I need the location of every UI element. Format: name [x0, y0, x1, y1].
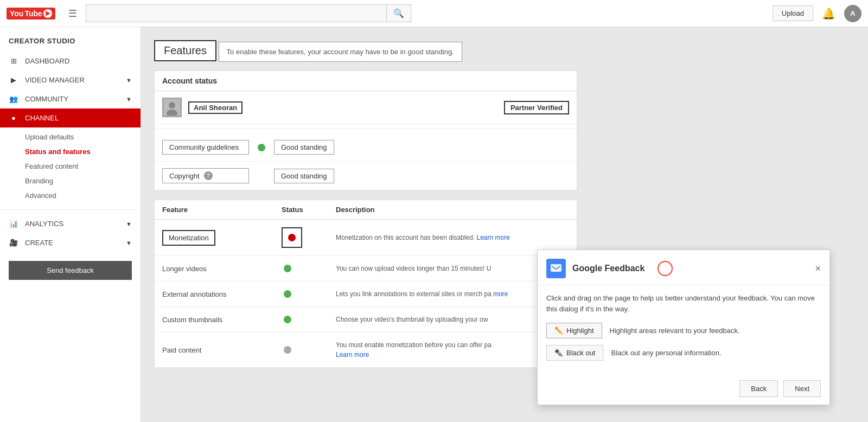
- nav-right: Upload 🔔 A: [773, 5, 861, 22]
- feature-name-external-annotations: External annotations: [162, 290, 282, 298]
- highlight-description: Highlight areas relevant to your feedbac…: [610, 327, 740, 335]
- account-name: Anil Sheoran: [188, 101, 242, 114]
- channel-sub-menu: Upload defaults Status and features Feat…: [0, 127, 141, 205]
- community-guidelines-row: Community guidelines Good standing: [155, 133, 577, 162]
- dialog-header: Google Feedback ×: [538, 250, 829, 285]
- chevron-down-icon: ▼: [126, 240, 132, 246]
- custom-thumbnails-dot: [284, 316, 291, 323]
- external-annotations-more-link[interactable]: more: [493, 290, 508, 298]
- top-nav: You Tube ▶ ☰ 🔍 Upload 🔔 A: [0, 0, 868, 27]
- highlight-label: Highlight: [566, 327, 594, 335]
- search-box: 🔍: [86, 4, 411, 22]
- monetization-desc: Monetization on this account has been di…: [336, 233, 569, 242]
- sidebar-item-featured-content[interactable]: Featured content: [25, 159, 141, 174]
- longer-videos-dot: [284, 265, 291, 272]
- create-icon: 🎥: [9, 239, 18, 247]
- analytics-icon: 📊: [9, 220, 18, 228]
- dialog-close-button[interactable]: ×: [815, 263, 821, 274]
- sidebar-item-advanced[interactable]: Advanced: [25, 188, 141, 203]
- sidebar-item-channel[interactable]: ● CHANNEL: [0, 108, 141, 127]
- dialog-title: Google Feedback: [572, 264, 644, 273]
- sidebar-item-community[interactable]: 👥 COMMUNITY ▼: [0, 89, 141, 108]
- copyright-label: Copyright ?: [162, 168, 249, 183]
- sidebar: CREATOR STUDIO ⊞ DASHBOARD ▶ VIDEO MANAG…: [0, 27, 141, 422]
- feature-row-longer-videos: Longer videos You can now upload videos …: [155, 256, 577, 282]
- longer-videos-desc: You can now upload videos longer than 15…: [336, 264, 569, 273]
- chevron-down-icon: ▼: [126, 96, 132, 103]
- paid-content-learn-more-link[interactable]: Learn more: [336, 351, 369, 359]
- sidebar-item-label: VIDEO MANAGER: [25, 76, 119, 84]
- feature-name-custom-thumbnails: Custom thumbnails: [162, 316, 282, 324]
- dialog-description: Click and drag on the page to help us be…: [546, 293, 821, 314]
- features-table: Feature Status Description Monetization …: [154, 200, 577, 368]
- info-box: To enable these features, your account m…: [219, 42, 462, 62]
- feature-row-external-annotations: External annotations Lets you link annot…: [155, 282, 577, 307]
- back-button[interactable]: Back: [739, 380, 778, 397]
- next-button[interactable]: Next: [783, 380, 821, 397]
- community-guidelines-dot: [258, 144, 265, 151]
- dashboard-icon: ⊞: [9, 57, 18, 65]
- svg-point-1: [169, 102, 175, 108]
- highlight-action-row: ✏️ Highlight Highlight areas relevant to…: [546, 323, 821, 338]
- community-guidelines-label: Community guidelines: [162, 140, 249, 155]
- account-status-section: Account status Anil Sheoran Partner Veri…: [154, 71, 577, 191]
- custom-thumbnails-desc: Choose your video's thumbnail by uploadi…: [336, 315, 569, 324]
- sidebar-item-analytics[interactable]: 📊 ANALYTICS ▼: [0, 214, 141, 233]
- external-annotations-desc: Lets you link annotations to external si…: [336, 289, 569, 299]
- feature-name-longer-videos: Longer videos: [162, 265, 282, 273]
- blackout-description: Black out any personal information.: [611, 349, 721, 357]
- col-description: Description: [336, 206, 569, 214]
- feature-row-custom-thumbnails: Custom thumbnails Choose your video's th…: [155, 307, 577, 333]
- bell-icon[interactable]: 🔔: [822, 7, 835, 20]
- chevron-down-icon: ▼: [126, 77, 132, 84]
- sidebar-item-create[interactable]: 🎥 CREATE ▼: [0, 233, 141, 252]
- account-status-header: Account status: [155, 71, 577, 91]
- sidebar-item-label: ANALYTICS: [25, 220, 119, 228]
- chevron-down-icon: ▼: [126, 221, 132, 227]
- paid-content-desc: You must enable monetization before you …: [336, 340, 569, 360]
- blackout-label: Black out: [566, 349, 595, 357]
- sidebar-item-label: CREATE: [25, 239, 119, 247]
- main-content: Features To enable these features, your …: [141, 27, 868, 422]
- sidebar-item-video-manager[interactable]: ▶ VIDEO MANAGER ▼: [0, 71, 141, 89]
- search-input[interactable]: [86, 6, 386, 21]
- monetization-dot-box: [282, 227, 302, 248]
- dialog-footer: Back Next: [538, 375, 829, 405]
- youtube-logo[interactable]: You Tube ▶: [7, 8, 55, 20]
- avatar: [162, 98, 182, 117]
- dialog-body: Click and drag on the page to help us be…: [538, 285, 829, 375]
- col-status: Status: [282, 206, 336, 214]
- highlight-button[interactable]: ✏️ Highlight: [546, 323, 602, 338]
- community-guidelines-status: Good standing: [274, 140, 334, 155]
- sidebar-item-dashboard[interactable]: ⊞ DASHBOARD: [0, 52, 141, 71]
- feature-row-paid-content: Paid content You must enable monetizatio…: [155, 333, 577, 368]
- col-feature: Feature: [162, 206, 282, 214]
- copyright-row: Copyright ? Good standing: [155, 162, 577, 190]
- divider: [155, 129, 577, 129]
- menu-button[interactable]: ☰: [64, 5, 81, 22]
- sidebar-item-upload-defaults[interactable]: Upload defaults: [25, 130, 141, 144]
- video-manager-icon: ▶: [9, 76, 18, 84]
- sidebar-item-label: CHANNEL: [25, 114, 132, 122]
- copyright-help-icon[interactable]: ?: [204, 171, 213, 180]
- monetization-learn-more-link[interactable]: Learn more: [477, 234, 510, 241]
- send-feedback-button[interactable]: Send feedback: [9, 261, 132, 280]
- copyright-status: Good standing: [274, 169, 334, 183]
- dialog-circle-indicator: [658, 261, 673, 276]
- account-user-row: Anil Sheoran Partner Verified: [155, 91, 577, 124]
- sidebar-item-status-features[interactable]: Status and features: [25, 144, 141, 159]
- blackout-button[interactable]: ✒️ Black out: [546, 345, 603, 361]
- upload-button[interactable]: Upload: [773, 5, 813, 21]
- monetization-status-dot: [288, 234, 296, 241]
- search-button[interactable]: 🔍: [386, 5, 411, 22]
- google-feedback-icon: [546, 259, 566, 278]
- feature-name-paid-content: Paid content: [162, 346, 282, 354]
- sidebar-title: CREATOR STUDIO: [0, 27, 141, 52]
- sidebar-item-branding[interactable]: Branding: [25, 174, 141, 188]
- search-icon: 🔍: [393, 9, 404, 18]
- avatar[interactable]: A: [844, 5, 861, 22]
- community-icon: 👥: [9, 95, 18, 103]
- feature-name-monetization: Monetization: [162, 230, 215, 246]
- page-title: Features: [154, 40, 216, 61]
- external-annotations-dot: [284, 290, 291, 298]
